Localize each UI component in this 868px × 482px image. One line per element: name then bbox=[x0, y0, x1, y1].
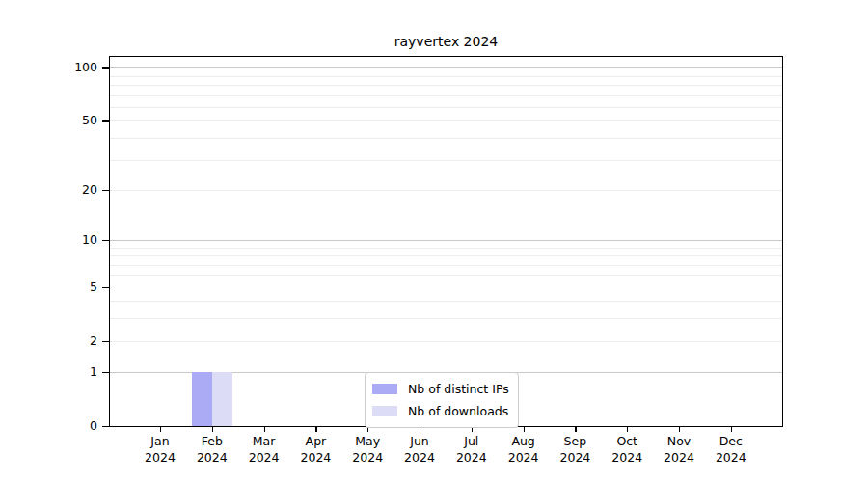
legend-label-downloads: Nb of downloads bbox=[408, 404, 508, 418]
minor-gridline bbox=[110, 341, 782, 342]
minor-gridline bbox=[110, 190, 782, 191]
minor-gridline bbox=[110, 275, 782, 276]
legend-label-distinct-ips: Nb of distinct IPs bbox=[408, 382, 509, 396]
x-tick-mark bbox=[679, 426, 680, 432]
legend-swatch-downloads bbox=[372, 406, 397, 416]
y-tick-mark bbox=[102, 372, 109, 373]
x-tick-mark bbox=[627, 426, 628, 432]
y-tick-mark bbox=[102, 287, 109, 288]
legend: Nb of distinct IPs Nb of downloads bbox=[365, 372, 519, 428]
minor-gridline bbox=[110, 107, 782, 108]
minor-gridline bbox=[110, 120, 782, 121]
x-tick-mark bbox=[315, 426, 316, 432]
y-tick-label: 2 bbox=[0, 334, 97, 349]
x-tick-label: Nov 2024 bbox=[650, 434, 708, 466]
x-tick-mark bbox=[731, 426, 732, 432]
x-tick-mark bbox=[160, 426, 161, 432]
minor-gridline bbox=[110, 76, 782, 77]
x-tick-mark bbox=[575, 426, 576, 432]
chart-title: rayvertex 2024 bbox=[109, 34, 783, 49]
major-gridline bbox=[110, 67, 782, 68]
legend-item-downloads: Nb of downloads bbox=[372, 401, 509, 421]
chart-figure: rayvertex 2024 Nb of distinct IPs Nb of … bbox=[0, 0, 868, 482]
minor-gridline bbox=[110, 85, 782, 86]
major-gridline bbox=[110, 240, 782, 241]
minor-gridline bbox=[110, 248, 782, 249]
x-tick-label: Aug 2024 bbox=[495, 434, 553, 466]
minor-gridline bbox=[110, 160, 782, 161]
x-tick-label: Sep 2024 bbox=[546, 434, 604, 466]
bar-downloads bbox=[212, 372, 232, 426]
x-tick-mark bbox=[524, 426, 525, 432]
x-tick-label: Mar 2024 bbox=[235, 434, 293, 466]
minor-gridline bbox=[110, 265, 782, 266]
legend-swatch-distinct-ips bbox=[372, 384, 397, 394]
x-tick-label: Dec 2024 bbox=[702, 434, 760, 466]
x-tick-mark bbox=[212, 426, 213, 432]
minor-gridline bbox=[110, 301, 782, 302]
bar-distinct-ips bbox=[192, 372, 212, 426]
x-tick-label: Apr 2024 bbox=[286, 434, 344, 466]
plot-area: Nb of distinct IPs Nb of downloads bbox=[109, 56, 783, 427]
y-tick-mark bbox=[102, 341, 109, 342]
x-tick-label: Jun 2024 bbox=[391, 434, 448, 466]
y-tick-label: 50 bbox=[0, 113, 97, 128]
x-tick-label: Feb 2024 bbox=[183, 434, 241, 466]
legend-item-distinct-ips: Nb of distinct IPs bbox=[372, 379, 509, 399]
y-tick-label: 10 bbox=[0, 232, 97, 248]
minor-gridline bbox=[110, 318, 782, 319]
y-tick-mark bbox=[102, 190, 109, 191]
y-tick-mark bbox=[102, 240, 109, 241]
y-tick-mark bbox=[102, 67, 109, 68]
y-tick-label: 0 bbox=[0, 418, 97, 434]
y-tick-mark bbox=[102, 426, 109, 427]
y-tick-label: 1 bbox=[0, 364, 97, 380]
x-tick-label: May 2024 bbox=[339, 434, 396, 466]
y-tick-label: 20 bbox=[0, 182, 97, 198]
minor-gridline bbox=[110, 95, 782, 96]
y-tick-label: 5 bbox=[0, 280, 97, 295]
minor-gridline bbox=[110, 138, 782, 139]
x-tick-mark bbox=[264, 426, 265, 432]
y-tick-label: 100 bbox=[0, 60, 97, 75]
x-tick-label: Jul 2024 bbox=[443, 434, 501, 466]
minor-gridline bbox=[110, 255, 782, 256]
x-tick-label: Jan 2024 bbox=[131, 434, 189, 466]
x-tick-label: Oct 2024 bbox=[598, 434, 656, 466]
y-tick-mark bbox=[102, 120, 109, 121]
